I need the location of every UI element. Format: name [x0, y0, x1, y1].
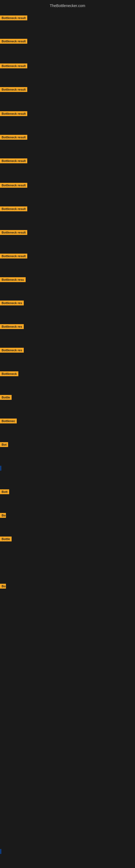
- bottleneck-result-item[interactable]: Bot: [0, 442, 8, 448]
- bottleneck-badge: Bottleneck result: [0, 158, 27, 163]
- bottleneck-result-item[interactable]: Bottle: [0, 536, 12, 542]
- bottleneck-badge: Bottleneck result: [0, 87, 27, 92]
- bottleneck-result-item[interactable]: Bottleneck result: [0, 111, 27, 117]
- bottleneck-result-item[interactable]: Bottleneck res: [0, 324, 24, 330]
- site-title: TheBottlenecker.com: [0, 1, 135, 10]
- bottleneck-badge: Bottleneck res: [0, 301, 24, 305]
- bottleneck-badge: Bottleneck res: [0, 348, 24, 352]
- bottleneck-badge: Bott: [0, 489, 9, 494]
- bottleneck-badge: Bottleneck result: [0, 63, 27, 68]
- bottleneck-badge: Bottle: [0, 395, 12, 400]
- bottleneck-badge: Bo: [0, 513, 6, 518]
- bottleneck-result-item[interactable]: Bott: [0, 489, 9, 495]
- bottleneck-result-item[interactable]: Bottleneck result: [0, 207, 27, 212]
- bottleneck-badge: Bot: [0, 442, 8, 447]
- bottleneck-result-item[interactable]: Bottlenec: [0, 418, 17, 425]
- bottleneck-result-item[interactable]: Bottleneck result: [0, 63, 27, 69]
- bottleneck-result-item[interactable]: Bottleneck res: [0, 301, 24, 307]
- bottleneck-badge: Bottleneck result: [0, 183, 27, 188]
- bottleneck-badge: Bottleneck result: [0, 254, 27, 258]
- cursor-line: [1, 466, 1, 471]
- bottleneck-badge: Bottleneck result: [0, 135, 27, 140]
- bottleneck-badge: Bottleneck result: [0, 111, 27, 116]
- bottleneck-result-item[interactable]: Bottleneck result: [0, 158, 27, 164]
- bottleneck-badge: Bottleneck: [0, 371, 18, 376]
- bottleneck-badge: Bottleneck result: [0, 207, 27, 211]
- bottleneck-badge: Bottleneck result: [0, 230, 27, 235]
- bottleneck-result-item[interactable]: Bo: [0, 584, 6, 590]
- bottleneck-badge: Bottlenec: [0, 418, 17, 424]
- bottleneck-result-item[interactable]: Bottleneck result: [0, 254, 27, 259]
- bottleneck-result-item[interactable]: Bottleneck resu: [0, 277, 26, 283]
- bottleneck-result-item[interactable]: Bottleneck res: [0, 348, 24, 354]
- bottleneck-result-item[interactable]: Bottleneck result: [0, 183, 27, 189]
- bottleneck-result-item[interactable]: Bottleneck result: [0, 87, 27, 93]
- bottleneck-badge: Bottleneck resu: [0, 277, 26, 282]
- bottleneck-result-item[interactable]: Bottle: [0, 395, 12, 401]
- bottleneck-badge: Bottleneck result: [0, 39, 27, 44]
- bottleneck-result-item[interactable]: Bottleneck result: [0, 135, 27, 141]
- bottleneck-result-item[interactable]: Bottleneck: [0, 371, 18, 377]
- bottleneck-badge: Bottle: [0, 536, 12, 541]
- bottleneck-badge: Bottleneck result: [0, 16, 27, 20]
- bottleneck-result-item[interactable]: Bo: [0, 513, 6, 519]
- bottleneck-badge: Bottleneck res: [0, 324, 24, 329]
- bottleneck-result-item[interactable]: Bottleneck result: [0, 230, 27, 236]
- bottleneck-result-item[interactable]: Bottleneck result: [0, 16, 27, 22]
- bottleneck-result-item[interactable]: Bottleneck result: [0, 39, 27, 45]
- cursor-line: [1, 849, 1, 854]
- bottleneck-badge: Bo: [0, 584, 6, 589]
